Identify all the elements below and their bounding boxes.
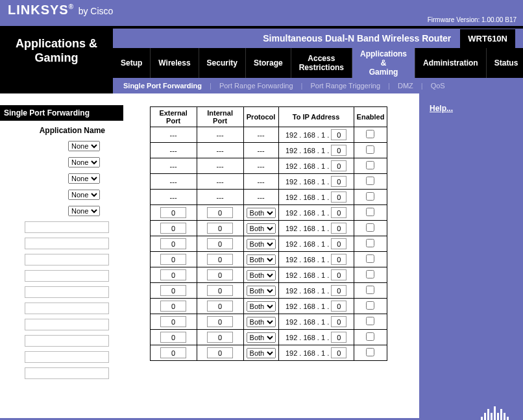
external-port-input[interactable] <box>160 332 186 343</box>
enabled-checkbox[interactable] <box>366 177 374 185</box>
ip-last-octet-input[interactable] <box>331 223 347 234</box>
external-port-input[interactable] <box>160 207 186 218</box>
enabled-checkbox[interactable] <box>366 130 374 138</box>
application-select[interactable]: None <box>68 173 100 184</box>
protocol-select[interactable]: Both <box>247 286 276 296</box>
internal-port-input[interactable] <box>207 347 233 358</box>
subnav-port-range-forwarding[interactable]: Port Range Forwarding <box>212 82 301 90</box>
table-row: ---------192 . 168 . 1 . <box>150 190 387 205</box>
protocol-select[interactable]: Both <box>247 208 276 218</box>
help-link[interactable]: Help... <box>430 104 453 113</box>
protocol-select[interactable]: Both <box>247 317 276 327</box>
external-port-input[interactable] <box>160 223 186 234</box>
application-name-input[interactable] <box>25 286 109 298</box>
external-port-input[interactable] <box>160 301 186 312</box>
application-name-input[interactable] <box>25 270 109 282</box>
enabled-checkbox[interactable] <box>366 332 374 341</box>
app-name-header: Application Name <box>0 121 123 138</box>
center-column: External Port Internal Port Protocol To … <box>123 93 419 418</box>
enabled-checkbox[interactable] <box>366 254 374 263</box>
protocol-select[interactable]: Both <box>247 223 276 234</box>
application-select[interactable]: None <box>68 206 100 216</box>
internal-port-input[interactable] <box>207 316 233 327</box>
enabled-checkbox[interactable] <box>366 348 374 356</box>
application-name-input[interactable] <box>25 238 109 249</box>
application-name-input[interactable] <box>25 319 109 330</box>
ip-last-octet-input[interactable] <box>331 191 347 203</box>
internal-port-input[interactable] <box>207 332 233 343</box>
external-port-input[interactable] <box>160 285 186 296</box>
table-row: ---------192 . 168 . 1 . <box>150 127 387 143</box>
ip-last-octet-input[interactable] <box>331 254 347 265</box>
tab-administration[interactable]: Administration <box>415 48 487 78</box>
app-name-row <box>0 219 123 235</box>
subnav-dmz[interactable]: DMZ <box>390 82 421 90</box>
application-name-input[interactable] <box>25 254 109 266</box>
application-select[interactable]: None <box>68 141 100 151</box>
tab-access-restrictions[interactable]: AccessRestrictions <box>291 48 352 78</box>
enabled-checkbox[interactable] <box>366 286 374 294</box>
application-name-input[interactable] <box>25 367 109 379</box>
brand-name: LINKSYS <box>8 3 69 17</box>
internal-port-input[interactable] <box>207 285 233 296</box>
internal-port-input[interactable] <box>207 254 233 265</box>
enabled-checkbox[interactable] <box>366 208 374 216</box>
ip-last-octet-input[interactable] <box>331 145 347 156</box>
application-name-input[interactable] <box>25 335 109 347</box>
ip-prefix: 192 . 168 . 1 . <box>286 303 331 310</box>
internal-port-input[interactable] <box>207 207 233 218</box>
subnav-port-range-triggering[interactable]: Port Range Triggering <box>302 82 388 90</box>
ip-last-octet-input[interactable] <box>331 269 347 280</box>
ip-last-octet-input[interactable] <box>331 285 347 296</box>
application-name-input[interactable] <box>25 303 109 314</box>
tab-security[interactable]: Security <box>199 48 246 78</box>
tab-applications-gaming[interactable]: Applications &Gaming <box>352 48 415 78</box>
tab-storage[interactable]: Storage <box>246 48 291 78</box>
ip-last-octet-input[interactable] <box>331 238 347 249</box>
enabled-checkbox[interactable] <box>366 317 374 325</box>
external-port-input[interactable] <box>160 238 186 249</box>
subnav-links: Single Port Forwarding|Port Range Forwar… <box>113 78 523 93</box>
ip-last-octet-input[interactable] <box>331 316 347 327</box>
subnav-single-port-forwarding[interactable]: Single Port Forwarding <box>116 82 210 90</box>
enabled-checkbox[interactable] <box>366 161 374 169</box>
protocol-select[interactable]: Both <box>247 332 276 343</box>
brand-by: by Cisco <box>79 6 114 16</box>
enabled-checkbox[interactable] <box>366 270 374 278</box>
ip-last-octet-input[interactable] <box>331 207 347 218</box>
enabled-checkbox[interactable] <box>366 301 374 310</box>
application-name-input[interactable] <box>25 221 109 233</box>
ip-last-octet-input[interactable] <box>331 301 347 312</box>
static-cell: --- <box>243 158 278 174</box>
tab-wireless[interactable]: Wireless <box>151 48 199 78</box>
enabled-checkbox[interactable] <box>366 145 374 154</box>
tab-setup[interactable]: Setup <box>113 48 151 78</box>
protocol-select[interactable]: Both <box>247 301 276 312</box>
external-port-input[interactable] <box>160 347 186 358</box>
application-name-input[interactable] <box>25 351 109 363</box>
internal-port-input[interactable] <box>207 238 233 249</box>
subnav-qos[interactable]: QoS <box>423 82 453 90</box>
enabled-checkbox[interactable] <box>366 223 374 232</box>
tab-status[interactable]: Status <box>487 48 523 78</box>
application-select[interactable]: None <box>68 190 100 200</box>
external-port-input[interactable] <box>160 316 186 327</box>
ip-last-octet-input[interactable] <box>331 160 347 171</box>
external-port-input[interactable] <box>160 269 186 280</box>
ip-last-octet-input[interactable] <box>331 347 347 358</box>
ip-last-octet-input[interactable] <box>331 332 347 343</box>
protocol-select[interactable]: Both <box>247 270 276 280</box>
application-select[interactable]: None <box>68 157 100 167</box>
protocol-select[interactable]: Both <box>247 239 276 249</box>
ip-last-octet-input[interactable] <box>331 176 347 187</box>
internal-port-input[interactable] <box>207 223 233 234</box>
protocol-select[interactable]: Both <box>247 254 276 265</box>
enabled-checkbox[interactable] <box>366 239 374 247</box>
internal-port-input[interactable] <box>207 301 233 312</box>
enabled-checkbox[interactable] <box>366 192 374 201</box>
protocol-select[interactable]: Both <box>247 348 276 358</box>
internal-port-input[interactable] <box>207 269 233 280</box>
cisco-logo: CISCO <box>478 406 511 420</box>
ip-last-octet-input[interactable] <box>331 129 347 140</box>
external-port-input[interactable] <box>160 254 186 265</box>
